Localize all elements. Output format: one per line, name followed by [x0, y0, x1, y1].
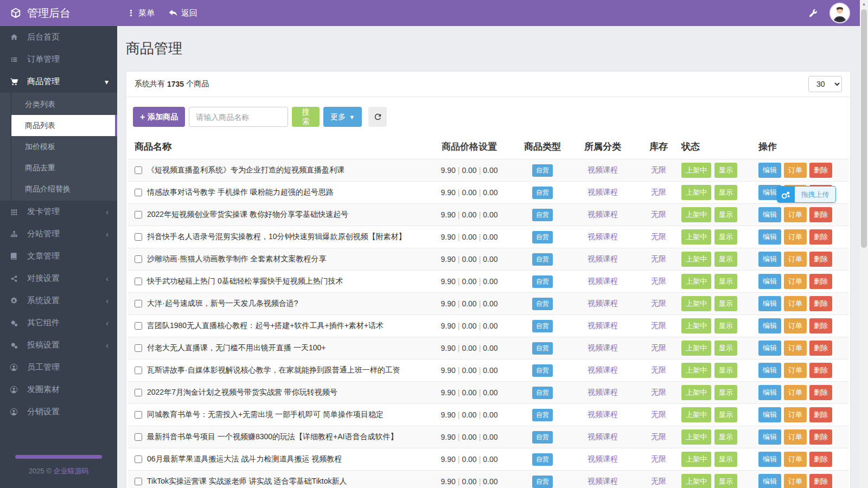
status-on-shelf-button[interactable]: 上架中 [681, 185, 711, 200]
drag-upload-widget[interactable]: 拖拽上传 [777, 186, 836, 203]
delete-button[interactable]: 删除 [809, 363, 832, 378]
row-checkbox[interactable] [135, 189, 142, 196]
status-on-shelf-button[interactable]: 上架中 [681, 341, 711, 356]
more-button[interactable]: 更多 ▼ [323, 107, 362, 127]
status-visible-button[interactable]: 显示 [714, 163, 737, 178]
order-button[interactable]: 订单 [784, 296, 807, 311]
sidebar-item-articles[interactable]: 文章管理 [0, 245, 117, 267]
sidebar-item-substation[interactable]: 分站管理‹ [0, 223, 117, 245]
row-checkbox[interactable] [135, 233, 142, 241]
status-visible-button[interactable]: 显示 [714, 385, 737, 400]
sidebar-item-home[interactable]: 后台首页 [0, 26, 117, 48]
sidebar-item-other-components[interactable]: 其它组件‹ [0, 312, 117, 334]
page-size-select[interactable]: 30 [808, 76, 842, 92]
delete-button[interactable]: 删除 [809, 385, 832, 400]
row-checkbox[interactable] [135, 478, 142, 485]
sidebar-item-orders[interactable]: 订单管理 [0, 48, 117, 70]
row-checkbox[interactable] [135, 166, 142, 174]
wrench-icon[interactable] [808, 9, 818, 18]
edit-button[interactable]: 编辑 [758, 474, 781, 488]
status-on-shelf-button[interactable]: 上架中 [681, 363, 711, 378]
status-on-shelf-button[interactable]: 上架中 [681, 229, 711, 245]
delete-button[interactable]: 删除 [809, 429, 832, 445]
order-button[interactable]: 订单 [784, 318, 807, 333]
status-on-shelf-button[interactable]: 上架中 [681, 385, 711, 400]
edit-button[interactable]: 编辑 [758, 274, 781, 289]
category-link[interactable]: 视频课程 [588, 299, 618, 307]
category-link[interactable]: 视频课程 [588, 321, 618, 330]
category-link[interactable]: 视频课程 [588, 277, 618, 285]
status-visible-button[interactable]: 显示 [714, 363, 737, 378]
sidebar-item-moments-material[interactable]: 发圈素材 [0, 378, 117, 401]
delete-button[interactable]: 删除 [809, 274, 832, 289]
delete-button[interactable]: 删除 [809, 296, 832, 311]
copyright-link[interactable]: 企业猫源码 [53, 467, 88, 475]
edit-button[interactable]: 编辑 [758, 163, 781, 178]
scroll-up-arrow[interactable]: ▲ [860, 0, 868, 8]
delete-button[interactable]: 删除 [809, 163, 832, 178]
sidebar-subitem-product-list[interactable]: 商品列表 [11, 115, 117, 136]
category-link[interactable]: 视频课程 [588, 477, 618, 485]
category-link[interactable]: 视频课程 [588, 388, 618, 396]
scrollbar-thumb[interactable] [861, 9, 867, 248]
baidu-netdisk-icon[interactable] [777, 186, 795, 203]
status-visible-button[interactable]: 显示 [714, 474, 737, 488]
order-button[interactable]: 订单 [784, 363, 807, 378]
search-button[interactable]: 搜索 [292, 107, 320, 127]
delete-button[interactable]: 删除 [809, 207, 832, 222]
order-button[interactable]: 订单 [784, 207, 807, 222]
row-checkbox[interactable] [135, 278, 142, 285]
status-visible-button[interactable]: 显示 [714, 429, 737, 445]
order-button[interactable]: 订单 [784, 407, 807, 422]
delete-button[interactable]: 删除 [809, 407, 832, 422]
sidebar-subitem-intro-replace[interactable]: 商品介绍替换 [0, 178, 117, 200]
sidebar-subitem-category-list[interactable]: 分类列表 [0, 94, 117, 115]
category-link[interactable]: 视频课程 [588, 365, 618, 374]
delete-button[interactable]: 删除 [809, 452, 832, 467]
status-visible-button[interactable]: 显示 [714, 296, 737, 311]
edit-button[interactable]: 编辑 [758, 207, 781, 222]
menu-toggle[interactable]: ⋮ 菜单 [127, 8, 155, 18]
sidebar-item-products[interactable]: 商品管理▾ [0, 70, 117, 93]
edit-button[interactable]: 编辑 [758, 229, 781, 245]
status-visible-button[interactable]: 显示 [714, 274, 737, 289]
row-checkbox[interactable] [135, 389, 142, 396]
sidebar-item-staff[interactable]: 员工管理 [0, 356, 117, 378]
order-button[interactable]: 订单 [784, 474, 807, 488]
category-link[interactable]: 视频课程 [588, 343, 618, 352]
scrollbar[interactable]: ▲ [860, 0, 868, 488]
status-visible-button[interactable]: 显示 [714, 318, 737, 333]
status-visible-button[interactable]: 显示 [714, 207, 737, 222]
category-link[interactable]: 视频课程 [588, 165, 618, 174]
order-button[interactable]: 订单 [784, 341, 807, 356]
sidebar-item-card-management[interactable]: 发卡管理‹ [0, 201, 117, 223]
status-visible-button[interactable]: 显示 [714, 229, 737, 245]
sidebar-subitem-product-dedupe[interactable]: 商品去重 [0, 157, 117, 178]
status-on-shelf-button[interactable]: 上架中 [681, 452, 711, 467]
status-visible-button[interactable]: 显示 [714, 252, 737, 267]
status-visible-button[interactable]: 显示 [714, 341, 737, 356]
sidebar-item-distribution[interactable]: 分销设置 [0, 401, 117, 423]
category-link[interactable]: 视频课程 [588, 210, 618, 219]
edit-button[interactable]: 编辑 [758, 429, 781, 445]
refresh-button[interactable] [368, 107, 387, 127]
row-checkbox[interactable] [135, 455, 142, 463]
delete-button[interactable]: 删除 [809, 318, 832, 333]
order-button[interactable]: 订单 [784, 163, 807, 178]
sidebar-item-integration[interactable]: 对接设置‹ [0, 267, 117, 290]
order-button[interactable]: 订单 [784, 429, 807, 445]
add-product-button[interactable]: + 添加商品 [133, 107, 185, 127]
status-visible-button[interactable]: 显示 [714, 185, 737, 200]
edit-button[interactable]: 编辑 [758, 385, 781, 400]
edit-button[interactable]: 编辑 [758, 296, 781, 311]
category-link[interactable]: 视频课程 [588, 432, 618, 441]
category-link[interactable]: 视频课程 [588, 410, 618, 419]
status-visible-button[interactable]: 显示 [714, 452, 737, 467]
order-button[interactable]: 订单 [784, 385, 807, 400]
category-link[interactable]: 视频课程 [588, 254, 618, 263]
row-checkbox[interactable] [135, 300, 142, 307]
row-checkbox[interactable] [135, 211, 142, 219]
order-button[interactable]: 订单 [784, 252, 807, 267]
edit-button[interactable]: 编辑 [758, 363, 781, 378]
sidebar-item-system-settings[interactable]: 系统设置‹ [0, 290, 117, 312]
